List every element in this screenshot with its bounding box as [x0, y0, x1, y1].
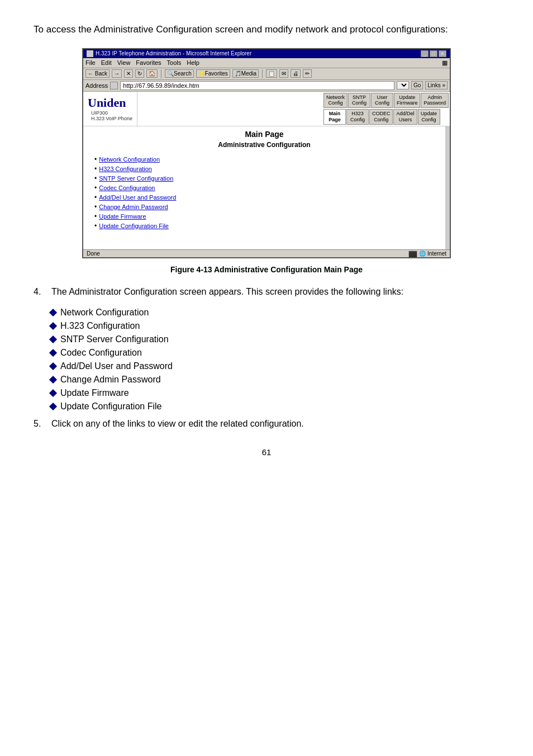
forward-button[interactable]: →: [112, 69, 122, 78]
nav-tab-user-config[interactable]: UserConfig: [371, 93, 393, 108]
menu-favorites[interactable]: Favorites: [136, 59, 161, 67]
bullet-item-6: Update Firmware: [50, 388, 499, 398]
link-update-firmware[interactable]: Update Firmware: [99, 213, 146, 220]
address-dropdown[interactable]: [397, 81, 409, 89]
stop-button[interactable]: ✕: [124, 69, 133, 78]
menu-icon-area: ▦: [442, 59, 448, 67]
bullet-text-3: Codec Configuration: [60, 348, 142, 358]
bullet-item-3: Codec Configuration: [50, 348, 499, 358]
step5-item: 5. Click on any of the links to view or …: [34, 417, 499, 431]
bullet-item-1: H.323 Configuration: [50, 321, 499, 331]
link-codec-config[interactable]: Codec Configuration: [99, 185, 155, 191]
browser-statusbar: Done ▓▓ 🌐 Internet: [83, 249, 450, 257]
bullet-text-4: Add/Del User and Password: [60, 361, 173, 371]
bullet-text-1: H.323 Configuration: [60, 321, 140, 331]
bullet-text-6: Update Firmware: [60, 388, 129, 398]
menu-tools[interactable]: Tools: [167, 59, 182, 67]
menu-file[interactable]: File: [85, 59, 96, 67]
nav-tab-update-config[interactable]: UpdateConfig: [418, 109, 440, 125]
logo-area: Uniden UIP300 H.323 VoIP Phone: [83, 92, 137, 126]
diamond-bullet-icon: [49, 336, 57, 343]
nav-tabs-row1: NetworkConfig SNTPConfig UserConfig Upda…: [323, 93, 449, 108]
link-update-config-file[interactable]: Update Configuration File: [99, 223, 169, 229]
back-button[interactable]: ← Back: [85, 69, 110, 78]
nav-tab-sntp-config[interactable]: SNTPConfig: [348, 93, 370, 108]
address-icon: [110, 82, 118, 89]
edit-button[interactable]: ✏: [303, 69, 312, 78]
browser-addressbar: Address Go Links »: [83, 80, 450, 92]
status-left: Done: [87, 251, 100, 257]
nav-tab-add-del-users[interactable]: Add/DelUsers: [393, 109, 417, 125]
browser-title: H.323 IP Telephone Administration - Micr…: [96, 50, 251, 56]
bullet-item-2: SNTP Server Configuration: [50, 334, 499, 344]
step4-item: 4. The Administrator Configuration scree…: [34, 285, 499, 299]
address-input[interactable]: [120, 81, 394, 90]
status-internet: 🌐 Internet: [419, 251, 446, 257]
main-page-title: Main Page: [89, 130, 440, 139]
diamond-bullet-icon: [49, 322, 57, 330]
status-progress: ▓▓: [409, 251, 417, 257]
statusbar-right: ▓▓ 🌐 Internet: [409, 251, 446, 257]
step4-section: 4. The Administrator Configuration scree…: [34, 285, 499, 299]
list-item-update-firmware: Update Firmware: [94, 212, 440, 220]
phone-subtitle: H.323 VoIP Phone: [91, 116, 132, 121]
uniden-logo: Uniden UIP300 H.323 VoIP Phone: [88, 96, 132, 121]
nav-tab-main-page[interactable]: MainPage: [323, 109, 346, 125]
browser-window: H.323 IP Telephone Administration - Micr…: [82, 48, 451, 258]
link-change-admin[interactable]: Change Admin Password: [99, 204, 168, 210]
nav-tab-admin-password[interactable]: AdminPassword: [421, 93, 449, 108]
diamond-bullet-icon: [49, 376, 57, 384]
minimize-button[interactable]: _: [421, 50, 429, 57]
bullet-text-5: Change Admin Password: [60, 375, 161, 385]
history-button[interactable]: 📋: [266, 69, 277, 78]
menu-help[interactable]: Help: [187, 59, 199, 67]
step4-text: The Administrator Configuration screen a…: [51, 285, 403, 299]
titlebar-controls[interactable]: _ □ ×: [421, 50, 446, 57]
menu-view[interactable]: View: [117, 59, 131, 67]
media-button[interactable]: 🎵Media: [232, 69, 259, 78]
go-button[interactable]: Go: [411, 81, 423, 89]
toolbar-separator: [161, 69, 161, 78]
step5-section: 5. Click on any of the links to view or …: [34, 417, 499, 431]
browser-icon: [87, 50, 93, 57]
links-button[interactable]: Links »: [425, 81, 448, 89]
diamond-bullet-icon: [49, 403, 57, 410]
toolbar-separator2: [262, 69, 263, 78]
browser-menubar: File Edit View Favorites Tools Help ▦: [83, 58, 450, 68]
link-adddel-user[interactable]: Add/Del User and Password: [99, 194, 176, 201]
nav-tab-codec-config[interactable]: CODECConfig: [369, 109, 393, 125]
nav-tab-update-firmware[interactable]: UpdateFirmware: [394, 93, 421, 108]
browser-content: Uniden UIP300 H.323 VoIP Phone NetworkCo…: [83, 92, 450, 257]
browser-header: Uniden UIP300 H.323 VoIP Phone NetworkCo…: [83, 92, 450, 126]
figure-caption: Figure 4-13 Administrative Configuration…: [34, 265, 499, 274]
page-number: 61: [34, 447, 499, 457]
nav-tabs-row2: MainPage H323Config CODECConfig Add/DelU…: [323, 109, 449, 125]
link-network-config[interactable]: Network Configuration: [99, 156, 160, 163]
refresh-button[interactable]: ↻: [135, 69, 144, 78]
bullet-item-5: Change Admin Password: [50, 375, 499, 385]
nav-tab-network-config[interactable]: NetworkConfig: [323, 93, 348, 108]
diamond-bullet-icon: [49, 309, 57, 316]
config-link-list: Network Configuration H323 Configuration…: [89, 155, 440, 230]
print-button[interactable]: 🖨: [291, 69, 301, 78]
bullet-item-7: Update Configuration File: [50, 401, 499, 412]
list-item-adddel: Add/Del User and Password: [94, 193, 440, 201]
menu-edit[interactable]: Edit: [101, 59, 112, 67]
list-item-codec: Codec Configuration: [94, 184, 440, 192]
favorites-button[interactable]: ⭐Favorites: [196, 69, 230, 78]
bullet-item-4: Add/Del User and Password: [50, 361, 499, 371]
home-button[interactable]: 🏠: [146, 69, 158, 78]
nav-tab-h323-config[interactable]: H323Config: [346, 109, 369, 125]
bullet-item-0: Network Configuration: [50, 308, 499, 318]
list-item-sntp: SNTP Server Configuration: [94, 174, 440, 182]
step5-number: 5.: [34, 417, 47, 431]
link-sntp-config[interactable]: SNTP Server Configuration: [99, 175, 173, 182]
titlebar-left: H.323 IP Telephone Administration - Micr…: [87, 50, 251, 57]
maximize-button[interactable]: □: [430, 50, 437, 57]
link-h323-config[interactable]: H323 Configuration: [99, 166, 152, 172]
mail-button[interactable]: ✉: [279, 69, 288, 78]
close-button[interactable]: ×: [439, 50, 446, 57]
bullet-text-7: Update Configuration File: [60, 401, 161, 412]
address-label: Address: [85, 82, 108, 89]
search-button[interactable]: 🔍Search: [165, 69, 194, 78]
